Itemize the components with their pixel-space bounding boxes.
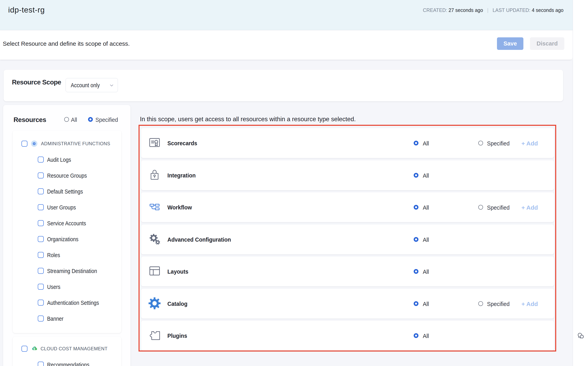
svg-text:$: $ (33, 347, 35, 350)
